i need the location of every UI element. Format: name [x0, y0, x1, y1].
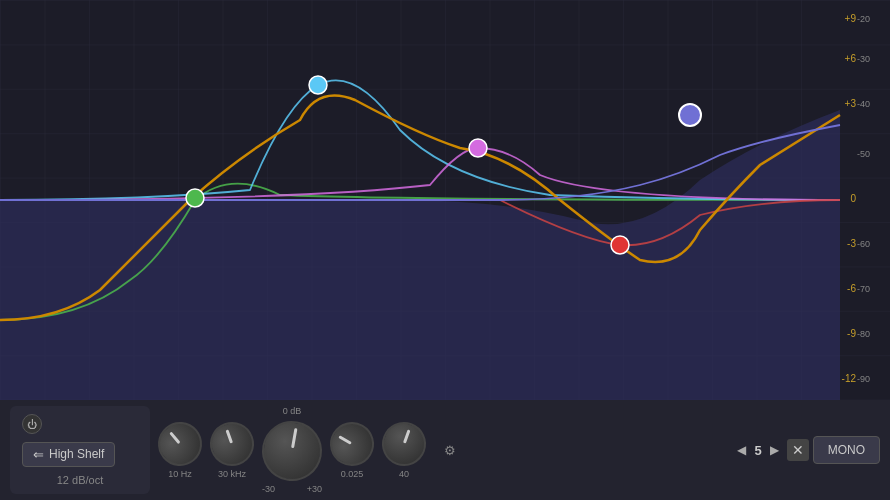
gain-max-label: +30: [307, 484, 322, 494]
y-label-left-40: -40: [857, 99, 870, 109]
band-dot-3[interactable]: [469, 139, 487, 157]
freq-knob-1-group: 10 Hz: [158, 422, 202, 479]
band-type-button[interactable]: ⇐ High Shelf: [22, 442, 115, 467]
y-label-left-80: -80: [857, 329, 870, 339]
close-button[interactable]: ✕: [787, 439, 809, 461]
y-label-9db: +9: [845, 13, 857, 24]
gear-icon[interactable]: ⚙: [444, 443, 456, 458]
gain-knob-group: 0 dB -30 +30: [262, 406, 322, 494]
y-label-0db: 0: [850, 193, 856, 204]
power-button[interactable]: ⏻: [22, 414, 42, 434]
freq-knob-1[interactable]: [149, 413, 211, 475]
band-dot-1[interactable]: [186, 189, 204, 207]
y-label-left-30: -30: [857, 54, 870, 64]
y-label-left-50: -50: [857, 149, 870, 159]
shelf-icon: ⇐: [33, 447, 44, 462]
band-controls: ⏻ ⇐ High Shelf 12 dB/oct: [10, 406, 150, 494]
bottom-panel: ⏻ ⇐ High Shelf 12 dB/oct 10 Hz 30 kHz 0 …: [0, 400, 890, 500]
y-label-neg3db: -3: [847, 238, 856, 249]
prev-band-button[interactable]: ◀: [733, 441, 750, 459]
q-knob-1-group: 0.025: [330, 422, 374, 479]
freq-knob-1-label: 10 Hz: [168, 469, 192, 479]
y-label-3db: +3: [845, 98, 857, 109]
freq-knob-2[interactable]: [204, 415, 260, 471]
q-knob-1[interactable]: [322, 413, 382, 473]
y-label-6db: +6: [845, 53, 857, 64]
gain-db-label: 0 dB: [283, 406, 302, 416]
freq-knob-2-label: 30 kHz: [218, 469, 246, 479]
eq-display: +9 +6 +3 0 -3 -6 -9 -12 -20 -30 -40 -50 …: [0, 0, 890, 400]
gain-knob[interactable]: [257, 416, 327, 486]
settings-group: ⚙: [444, 443, 456, 458]
mono-button[interactable]: MONO: [813, 436, 880, 464]
nav-controls: ◀ 5 ▶ ✕ MONO: [733, 436, 880, 464]
band-dot-2[interactable]: [309, 76, 327, 94]
q-knob-2-label: 40: [399, 469, 409, 479]
freq-knob-2-group: 30 kHz: [210, 422, 254, 479]
y-label-left-60: -60: [857, 239, 870, 249]
gain-min-label: -30: [262, 484, 275, 494]
y-label-neg6db: -6: [847, 283, 856, 294]
q-knob-2-group: 40: [382, 422, 426, 479]
y-label-left-90: -90: [857, 374, 870, 384]
slope-label: 12 dB/oct: [22, 474, 138, 486]
band-number: 5: [754, 443, 761, 458]
band-dot-4[interactable]: [611, 236, 629, 254]
q-knob-1-label: 0.025: [341, 469, 364, 479]
band-dot-5[interactable]: [679, 104, 701, 126]
y-label-left-20: -20: [857, 14, 870, 24]
y-label-left-70: -70: [857, 284, 870, 294]
y-label-neg12db: -12: [842, 373, 857, 384]
y-label-neg9db: -9: [847, 328, 856, 339]
next-band-button[interactable]: ▶: [766, 441, 783, 459]
q-knob-2[interactable]: [376, 415, 432, 471]
